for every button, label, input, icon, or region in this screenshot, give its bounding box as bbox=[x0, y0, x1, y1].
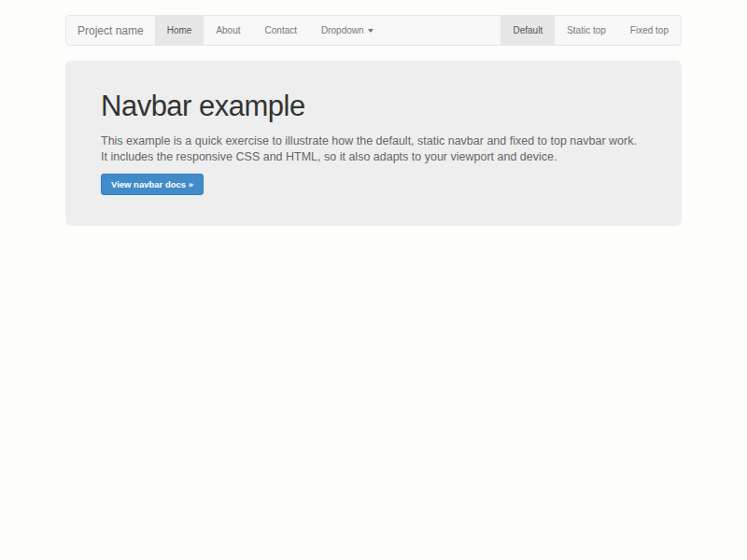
nav-item-default[interactable]: Default bbox=[500, 16, 555, 45]
navbar: Project name Home About Contact Dropdown… bbox=[65, 15, 682, 46]
view-navbar-docs-button[interactable]: View navbar docs » bbox=[101, 174, 204, 195]
nav-item-static-top[interactable]: Static top bbox=[555, 16, 618, 45]
caret-down-icon bbox=[368, 29, 374, 33]
page-title: Navbar example bbox=[101, 91, 646, 122]
jumbotron: Navbar example This example is a quick e… bbox=[65, 61, 682, 226]
nav-item-home[interactable]: Home bbox=[155, 16, 204, 45]
nav-item-contact[interactable]: Contact bbox=[253, 16, 309, 45]
nav-item-about[interactable]: About bbox=[204, 16, 252, 45]
navbar-right-nav: Default Static top Fixed top bbox=[500, 16, 681, 45]
jumbotron-description: This example is a quick exercise to illu… bbox=[101, 133, 646, 164]
nav-item-dropdown[interactable]: Dropdown bbox=[309, 16, 386, 45]
nav-item-fixed-top[interactable]: Fixed top bbox=[618, 16, 681, 45]
navbar-brand[interactable]: Project name bbox=[66, 16, 155, 45]
page-container: Project name Home About Contact Dropdown… bbox=[65, 15, 682, 226]
nav-item-dropdown-label: Dropdown bbox=[321, 25, 364, 35]
navbar-left-nav: Home About Contact Dropdown bbox=[155, 16, 386, 45]
